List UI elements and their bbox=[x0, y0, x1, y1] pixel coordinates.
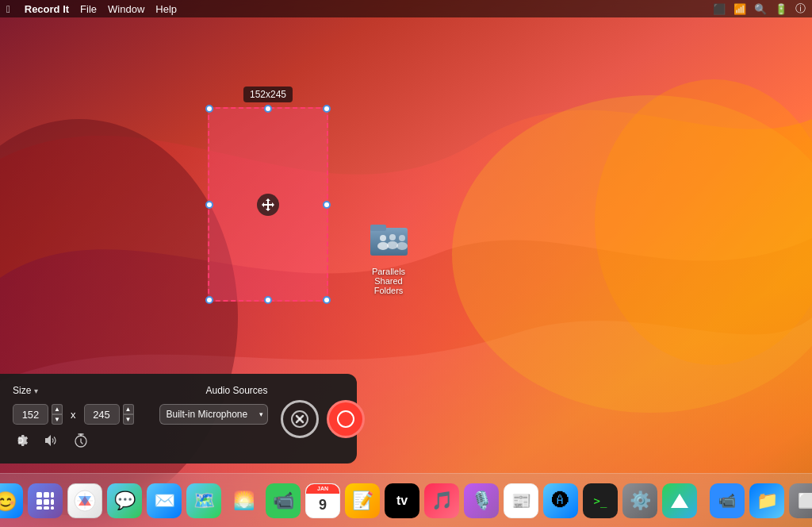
dock-item-systemprefs[interactable]: ⚙️ bbox=[622, 483, 657, 518]
width-increment-btn[interactable]: ▲ bbox=[52, 404, 63, 414]
dock-item-music[interactable]: 🎵 bbox=[424, 483, 459, 518]
panel-row1: Size ▾ Audio Sources bbox=[13, 385, 268, 396]
dock-item-unknown[interactable]: ⬜ bbox=[789, 483, 812, 518]
dock-item-appstore[interactable]: 🅐 bbox=[543, 483, 578, 518]
record-button[interactable] bbox=[327, 400, 365, 438]
dock-item-files[interactable]: 📁 bbox=[749, 483, 784, 518]
handle-bottom-left[interactable] bbox=[205, 296, 213, 304]
audio-select-wrapper: Built-in Microphone No Audio ▾ bbox=[150, 404, 268, 425]
svg-point-6 bbox=[380, 235, 386, 241]
svg-rect-23 bbox=[51, 499, 54, 505]
width-input-group: ▲ ▼ bbox=[13, 404, 63, 425]
height-stepper: ▲ ▼ bbox=[123, 404, 134, 425]
dock: 😊 bbox=[0, 473, 812, 527]
parallels-label: Parallels Shared Folders bbox=[357, 267, 420, 295]
svg-rect-18 bbox=[36, 492, 42, 498]
menubar:  Record It File Window Help ⬛ 📶 🔍 🔋 ⓘ bbox=[0, 0, 812, 17]
wifi-icon: 📶 bbox=[733, 3, 746, 15]
handle-top-mid[interactable] bbox=[264, 105, 272, 113]
svg-point-9 bbox=[387, 241, 398, 249]
svg-rect-22 bbox=[44, 499, 49, 505]
dock-item-zoom[interactable]: 📹 bbox=[710, 483, 745, 518]
dimension-label: 152x245 bbox=[243, 87, 293, 102]
width-input[interactable] bbox=[13, 404, 48, 425]
handle-top-right[interactable] bbox=[323, 105, 331, 113]
svg-point-10 bbox=[399, 235, 405, 241]
height-input-group: ▲ ▼ bbox=[84, 404, 134, 425]
record-selection[interactable]: 152x245 bbox=[208, 107, 328, 302]
width-decrement-btn[interactable]: ▼ bbox=[52, 414, 63, 425]
height-input[interactable] bbox=[84, 404, 120, 425]
panel-row3 bbox=[13, 433, 268, 452]
dock-item-terminal[interactable]: >_ bbox=[583, 483, 618, 518]
svg-rect-26 bbox=[51, 506, 54, 510]
control-panel: Size ▾ Audio Sources ▲ ▼ x bbox=[0, 374, 357, 464]
record-dot bbox=[337, 410, 354, 428]
move-icon[interactable] bbox=[257, 194, 279, 216]
dock-item-mail[interactable]: ✉️ bbox=[147, 483, 182, 518]
dock-item-altimeter[interactable] bbox=[662, 483, 697, 518]
dock-item-photos[interactable]: 🌅 bbox=[226, 483, 261, 518]
dock-item-podcasts[interactable]: 🎙️ bbox=[464, 483, 499, 518]
dock-item-finder[interactable]: 😊 bbox=[0, 483, 23, 518]
dock-item-safari[interactable] bbox=[67, 483, 102, 518]
svg-text:😊: 😊 bbox=[0, 490, 17, 513]
parallels-icon[interactable]: Parallels Shared Folders bbox=[357, 214, 420, 295]
menubar-file[interactable]: File bbox=[80, 3, 97, 15]
svg-rect-24 bbox=[36, 506, 42, 510]
menubar-left:  Record It File Window Help bbox=[6, 3, 177, 15]
screen-icon: ⬛ bbox=[713, 3, 726, 15]
menubar-app-name: Record It bbox=[25, 3, 69, 15]
svg-rect-25 bbox=[44, 506, 49, 510]
menubar-right: ⬛ 📶 🔍 🔋 ⓘ bbox=[713, 2, 806, 16]
dock-item-notes[interactable]: 📝 bbox=[345, 483, 380, 518]
svg-rect-4 bbox=[370, 228, 408, 256]
dock-item-news[interactable]: 📰 bbox=[504, 483, 538, 518]
size-label: Size ▾ bbox=[13, 385, 190, 396]
dock-item-calendar[interactable]: JAN 9 bbox=[305, 483, 340, 518]
dock-item-facetime[interactable]: 📹 bbox=[266, 483, 301, 518]
handle-mid-left[interactable] bbox=[205, 201, 213, 209]
panel-row2: ▲ ▼ x ▲ ▼ Buil bbox=[13, 404, 268, 425]
panel-left: Size ▾ Audio Sources ▲ ▼ x bbox=[13, 385, 268, 452]
dock-item-appletv[interactable]: tv bbox=[385, 483, 419, 518]
timer-icon[interactable] bbox=[73, 433, 89, 452]
svg-rect-21 bbox=[36, 499, 42, 505]
panel-right bbox=[281, 400, 365, 438]
width-stepper: ▲ ▼ bbox=[52, 404, 63, 425]
height-decrement-btn[interactable]: ▼ bbox=[123, 414, 134, 425]
battery-icon: 🔋 bbox=[775, 3, 787, 15]
help-icon[interactable]: ⓘ bbox=[795, 2, 806, 16]
handle-bottom-mid[interactable] bbox=[264, 296, 272, 304]
cancel-button[interactable] bbox=[281, 400, 319, 438]
svg-point-11 bbox=[396, 242, 408, 250]
svg-point-8 bbox=[389, 234, 396, 240]
handle-bottom-right[interactable] bbox=[323, 296, 331, 304]
audio-label: Audio Sources bbox=[205, 385, 267, 396]
volume-icon[interactable] bbox=[43, 433, 59, 452]
audio-source-select[interactable]: Built-in Microphone No Audio bbox=[159, 404, 268, 425]
x-separator: x bbox=[71, 409, 76, 421]
menubar-help[interactable]: Help bbox=[155, 3, 177, 15]
svg-rect-5 bbox=[370, 225, 386, 231]
apple-logo-icon[interactable]:  bbox=[6, 3, 10, 15]
handle-top-left[interactable] bbox=[205, 105, 213, 113]
search-icon[interactable]: 🔍 bbox=[754, 3, 767, 15]
height-increment-btn[interactable]: ▲ bbox=[123, 404, 134, 414]
settings-icon[interactable] bbox=[13, 433, 29, 452]
dock-item-maps[interactable]: 🗺️ bbox=[186, 483, 221, 518]
desktop:  Record It File Window Help ⬛ 📶 🔍 🔋 ⓘ 1… bbox=[0, 0, 812, 527]
svg-rect-20 bbox=[51, 492, 54, 498]
svg-point-7 bbox=[377, 242, 389, 250]
parallels-icon-image bbox=[365, 214, 412, 262]
menubar-window[interactable]: Window bbox=[108, 3, 144, 15]
dock-item-launchpad[interactable] bbox=[28, 483, 63, 518]
panel-main: Size ▾ Audio Sources ▲ ▼ x bbox=[13, 385, 344, 452]
handle-mid-right[interactable] bbox=[323, 201, 331, 209]
svg-rect-19 bbox=[44, 492, 49, 498]
dock-item-messages[interactable]: 💬 bbox=[107, 483, 142, 518]
